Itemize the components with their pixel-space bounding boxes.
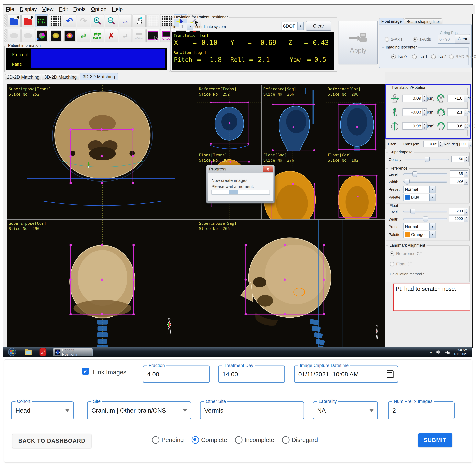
tab-beam-shaping-filter[interactable]: Beam shaping filter — [404, 18, 442, 25]
menu-edit[interactable]: Edit — [59, 6, 68, 12]
pitch-rot-spin-arrows-icon[interactable]: ▲▼ — [468, 141, 472, 148]
ref-preset-combo[interactable]: Normal▼ — [403, 186, 435, 193]
viewport-reference-sag[interactable]: Reference[Sag] Slice No266 — [262, 85, 326, 151]
cohort-dropdown-icon[interactable] — [65, 409, 70, 412]
auto-match-calc-button[interactable]: ⇄⇄CALC. — [91, 29, 104, 42]
menu-help[interactable]: Help — [112, 6, 123, 12]
yellow-brain-button[interactable] — [49, 29, 62, 42]
float-clear-button[interactable]: Clear — [455, 34, 470, 43]
float-level-slider-thumb[interactable] — [410, 209, 415, 214]
radio-disregard[interactable]: Disregard — [282, 436, 318, 444]
open-float-button[interactable]: F — [21, 14, 34, 27]
deviation-clear-button[interactable]: Clear — [306, 21, 331, 31]
clock[interactable]: 10:08 AM 1/11/2021 — [454, 348, 468, 356]
ref-level-slider-thumb[interactable] — [413, 171, 417, 177]
viewport-float-cor[interactable]: Float[Cor] Slice No182 — [326, 151, 387, 220]
trans-x-spin-arrows-icon[interactable]: ▲▼ — [423, 95, 427, 102]
viewport-superimpose-trans[interactable]: Superimpose[Trans] Slice No252 — [7, 85, 197, 220]
tab-3d-2d-matching[interactable]: 3D-2D Matching — [42, 74, 79, 80]
cohort-field[interactable]: Cohort Head — [11, 402, 74, 419]
menu-view[interactable]: View — [42, 6, 53, 12]
ref-width-spin-arrows-icon[interactable]: ▲▼ — [464, 178, 468, 185]
axis-2-radio[interactable]: 2-Axis — [385, 37, 403, 42]
apply-button[interactable]: Apply — [339, 21, 378, 64]
link-images-checkbox[interactable]: ✓ — [82, 368, 89, 375]
ref-width-slider-thumb[interactable] — [405, 179, 410, 184]
ts-display-button[interactable]: ●●●T S● — [35, 14, 48, 27]
rot-roll-spin[interactable]: 2.1 ▲▼ — [447, 108, 468, 116]
viewport-superimpose-sag[interactable]: Superimpose[Sag] Slice No266 — [197, 220, 387, 352]
pan-button[interactable]: ↔ — [119, 14, 132, 27]
calendar-icon[interactable] — [387, 370, 394, 378]
fraction-field[interactable]: Fraction 4.00 — [143, 366, 210, 383]
rad-pos-0-radio[interactable]: RAD Pos 0 — [449, 54, 476, 59]
hand-tool-button[interactable] — [132, 14, 146, 27]
laterality-dropdown-icon[interactable] — [369, 409, 374, 412]
num-pretx-images-field[interactable]: Num PreTx Images 2 — [388, 402, 455, 419]
trans-z-spin-arrows-icon[interactable]: ▲▼ — [423, 122, 427, 130]
network-icon[interactable] — [445, 350, 450, 354]
menu-tools[interactable]: Tools — [73, 6, 86, 12]
tab-3d-3d-matching[interactable]: 3D-3D Matching — [80, 73, 118, 80]
auto-match-button[interactable]: ⇄ — [77, 29, 90, 42]
viewport-superimpose-cor[interactable]: Superimpose[Cor] Slice No290 — [7, 220, 197, 352]
start-button-icon[interactable] — [8, 348, 16, 356]
redo-button[interactable]: ↷ — [77, 14, 90, 27]
axis-grid-button[interactable] — [146, 14, 159, 27]
taskbar-app-button[interactable]: Patient Positionin... — [53, 348, 93, 356]
laterality-field[interactable]: Laterality NA — [313, 402, 378, 419]
tab-2d-2d-matching[interactable]: 2D-2D Matching — [5, 74, 41, 80]
site-field[interactable]: Site Cranium | Other brain/CNS — [87, 402, 191, 419]
float-width-spin-arrows-icon[interactable]: ▲▼ — [464, 215, 468, 222]
disabled-view-b-button[interactable] — [21, 29, 34, 42]
session-note[interactable]: Pt. had to scratch nose. — [393, 284, 470, 311]
iso-1-radio[interactable]: Iso 1 — [412, 54, 427, 59]
float-level-spin[interactable]: -200 ▲▼ — [449, 208, 468, 214]
opacity-slider-thumb[interactable] — [425, 157, 430, 162]
trans-x-spin[interactable]: 0.09 ▲▼ — [403, 95, 427, 102]
menu-display[interactable]: Display — [20, 6, 37, 12]
float-level-slider[interactable] — [403, 211, 447, 212]
reference-image-button[interactable]: RF — [35, 29, 48, 42]
float-palette-combo[interactable]: Orange▼ — [403, 231, 435, 238]
volume-icon[interactable] — [436, 350, 441, 354]
trans-y-spin-arrows-icon[interactable]: ▲▼ — [423, 108, 427, 116]
float-level-spin-arrows-icon[interactable]: ▲▼ — [464, 208, 468, 214]
ref-level-spin-arrows-icon[interactable]: ▲▼ — [464, 170, 468, 177]
site-dropdown-icon[interactable] — [182, 409, 187, 412]
pitch-trans-spin[interactable]: 0.05 ▲▼ — [424, 141, 443, 148]
explorer-taskbar-icon[interactable] — [24, 348, 32, 356]
ref-width-spin[interactable]: 329 ▲▼ — [450, 178, 468, 185]
pitch-rot-spin[interactable]: 0.1 ▲▼ — [460, 141, 472, 148]
other-site-field[interactable]: Other Site Vermis — [200, 402, 304, 419]
viewport-reference-cor[interactable]: Reference[Cor] Slice No290 — [326, 85, 387, 151]
back-to-dashboard-button[interactable]: BACK TO DASHBOARD — [12, 434, 91, 448]
ref-palette-combo[interactable]: Blue▼ — [403, 194, 435, 201]
float-width-spin[interactable]: 2000 ▲▼ — [449, 215, 468, 222]
ref-level-spin[interactable]: 35 ▲▼ — [450, 170, 468, 177]
zoom-out-button[interactable] — [105, 14, 118, 27]
trans-y-spin[interactable]: -0.03 ▲▼ — [403, 108, 427, 116]
color-brain-button[interactable] — [63, 29, 76, 42]
clear-match-button[interactable]: ✗ — [105, 29, 118, 42]
iso-2-radio[interactable]: Iso 2 — [431, 54, 447, 59]
axis-1-radio[interactable]: 1-Axis — [413, 37, 431, 42]
ref-width-slider[interactable] — [403, 181, 447, 183]
tab-float-image[interactable]: Float image — [379, 18, 404, 25]
ref-level-slider[interactable] — [403, 173, 447, 175]
image-capture-datetime-field[interactable]: Image Capture Datetime 01/11/2021, 10:08… — [294, 366, 398, 383]
float-width-slider-thumb[interactable] — [423, 216, 428, 222]
zoom-in-button[interactable] — [91, 14, 104, 27]
viewport-reference-trans[interactable]: Reference[Trans] Slice No252 — [197, 85, 262, 151]
tray-expand-icon[interactable]: ▲ — [430, 351, 432, 354]
float-preset-combo[interactable]: Normal▼ — [403, 223, 435, 230]
undo-button[interactable]: ↶ — [63, 14, 76, 27]
rot-yaw-spin[interactable]: 0.6 ▲▼ — [447, 122, 468, 130]
reference-ct-radio[interactable]: Reference CT — [390, 251, 422, 256]
dof-combo[interactable]: 6DOF▼ — [282, 22, 304, 30]
opacity-slider[interactable] — [405, 159, 448, 160]
treatment-day-field[interactable]: Treatment Day 14.00 — [218, 366, 285, 383]
grid-display-button[interactable] — [49, 14, 62, 27]
menu-option[interactable]: Option — [91, 6, 106, 12]
iso-0-radio[interactable]: Iso 0 — [391, 54, 407, 59]
